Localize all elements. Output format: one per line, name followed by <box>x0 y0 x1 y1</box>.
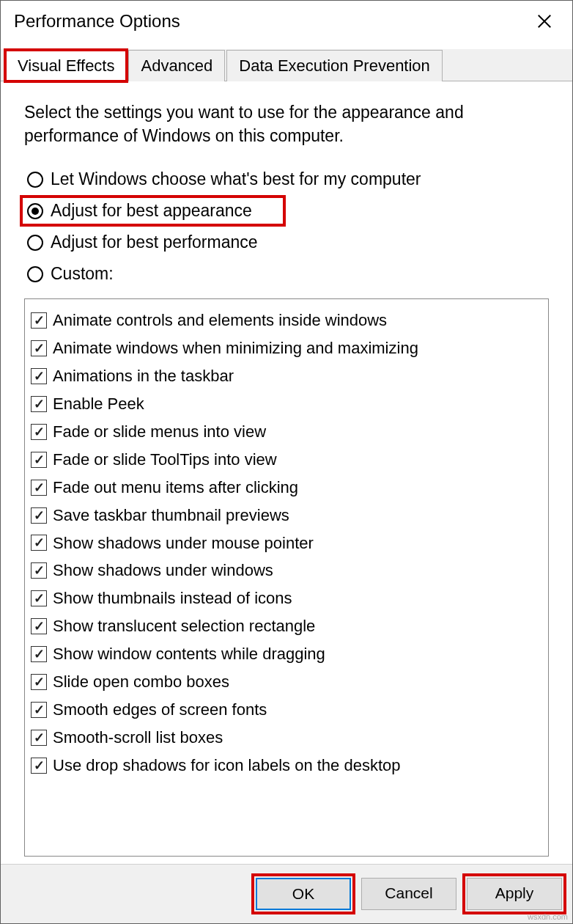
checkbox-icon <box>31 507 47 524</box>
apply-button[interactable]: Apply <box>467 878 562 910</box>
checkbox-icon <box>31 535 47 551</box>
checkbox-label: Smooth edges of screen fonts <box>53 698 267 722</box>
checkbox-label: Use drop shadows for icon labels on the … <box>53 754 401 777</box>
radio-label: Let Windows choose what's best for my co… <box>51 169 421 189</box>
checkbox-label: Slide open combo boxes <box>53 670 229 694</box>
checkbox-label: Save taskbar thumbnail previews <box>53 504 289 527</box>
effect-checkbox-row[interactable]: Smooth-scroll list boxes <box>31 724 542 752</box>
effect-checkbox-row[interactable]: Show shadows under mouse pointer <box>31 529 542 557</box>
checkbox-label: Show thumbnails instead of icons <box>53 587 292 610</box>
radio-option[interactable]: Adjust for best appearance <box>24 199 281 222</box>
dialog-buttons: OK Cancel Apply <box>1 864 572 923</box>
checkbox-label: Show window contents while dragging <box>53 642 325 666</box>
checkbox-label: Animate controls and elements inside win… <box>53 309 387 332</box>
window-title: Performance Options <box>14 11 180 32</box>
titlebar: Performance Options <box>1 1 572 42</box>
cancel-button[interactable]: Cancel <box>361 878 456 910</box>
effect-checkbox-row[interactable]: Show translucent selection rectangle <box>31 612 542 640</box>
radio-label: Adjust for best appearance <box>51 201 252 221</box>
checkbox-icon <box>31 424 47 440</box>
checkbox-icon <box>31 452 47 468</box>
effect-checkbox-row[interactable]: Save taskbar thumbnail previews <box>31 502 542 529</box>
effect-checkbox-row[interactable]: Animations in the taskbar <box>31 362 542 390</box>
visual-effects-panel: Select the settings you want to use for … <box>1 81 572 864</box>
checkbox-icon <box>31 562 47 579</box>
watermark: wsxdn.com <box>528 912 568 921</box>
adjust-mode-radios: Let Windows choose what's best for my co… <box>24 168 549 285</box>
checkbox-icon <box>31 312 47 329</box>
checkbox-label: Fade or slide menus into view <box>53 420 266 444</box>
effect-checkbox-row[interactable]: Animate controls and elements inside win… <box>31 307 542 334</box>
checkbox-icon <box>31 674 47 690</box>
checkbox-label: Enable Peek <box>53 392 144 416</box>
effect-checkbox-row[interactable]: Use drop shadows for icon labels on the … <box>31 752 542 780</box>
effect-checkbox-row[interactable]: Show thumbnails instead of icons <box>31 584 542 612</box>
checkbox-icon <box>31 758 47 774</box>
effect-checkbox-row[interactable]: Show shadows under windows <box>31 557 542 584</box>
effect-checkbox-row[interactable]: Enable Peek <box>31 390 542 418</box>
effect-checkbox-row[interactable]: Show window contents while dragging <box>31 640 542 668</box>
checkbox-label: Animations in the taskbar <box>53 364 234 388</box>
effect-checkbox-row[interactable]: Animate windows when minimizing and maxi… <box>31 334 542 362</box>
tab-data-execution-prevention[interactable]: Data Execution Prevention <box>226 50 443 81</box>
effect-checkbox-row[interactable]: Smooth edges of screen fonts <box>31 696 542 724</box>
tab-visual-effects[interactable]: Visual Effects <box>5 50 127 81</box>
checkbox-label: Fade out menu items after clicking <box>53 476 298 499</box>
close-icon <box>536 13 552 29</box>
tab-advanced[interactable]: Advanced <box>128 50 225 81</box>
radio-icon <box>27 235 43 251</box>
effects-checklist[interactable]: Animate controls and elements inside win… <box>24 298 549 857</box>
checkbox-icon <box>31 480 47 496</box>
checkbox-icon <box>31 340 47 356</box>
checkbox-icon <box>31 396 47 412</box>
ok-button[interactable]: OK <box>256 878 351 910</box>
performance-options-window: Performance Options Visual EffectsAdvanc… <box>0 0 573 924</box>
checkbox-icon <box>31 730 47 746</box>
radio-option[interactable]: Adjust for best performance <box>24 231 549 254</box>
effect-checkbox-row[interactable]: Fade or slide menus into view <box>31 418 542 446</box>
radio-icon <box>27 266 43 282</box>
checkbox-label: Show translucent selection rectangle <box>53 615 315 638</box>
checkbox-label: Fade or slide ToolTips into view <box>53 448 277 472</box>
checkbox-label: Animate windows when minimizing and maxi… <box>53 337 418 360</box>
checkbox-label: Show shadows under mouse pointer <box>53 532 314 555</box>
checkbox-icon <box>31 618 47 634</box>
radio-option[interactable]: Custom: <box>24 263 549 285</box>
checkbox-icon <box>31 702 47 718</box>
panel-description: Select the settings you want to use for … <box>24 100 549 147</box>
checkbox-icon <box>31 590 47 606</box>
effect-checkbox-row[interactable]: Fade out menu items after clicking <box>31 474 542 502</box>
checkbox-label: Smooth-scroll list boxes <box>53 726 223 749</box>
tab-strip: Visual EffectsAdvancedData Execution Pre… <box>1 49 572 81</box>
close-button[interactable] <box>530 7 559 36</box>
radio-icon <box>27 172 43 188</box>
radio-label: Adjust for best performance <box>51 232 258 252</box>
radio-label: Custom: <box>51 264 114 284</box>
checkbox-icon <box>31 368 47 384</box>
radio-option[interactable]: Let Windows choose what's best for my co… <box>24 168 549 191</box>
effect-checkbox-row[interactable]: Slide open combo boxes <box>31 668 542 696</box>
radio-icon <box>27 203 43 219</box>
checkbox-label: Show shadows under windows <box>53 559 273 582</box>
checkbox-icon <box>31 646 47 662</box>
effect-checkbox-row[interactable]: Fade or slide ToolTips into view <box>31 446 542 474</box>
